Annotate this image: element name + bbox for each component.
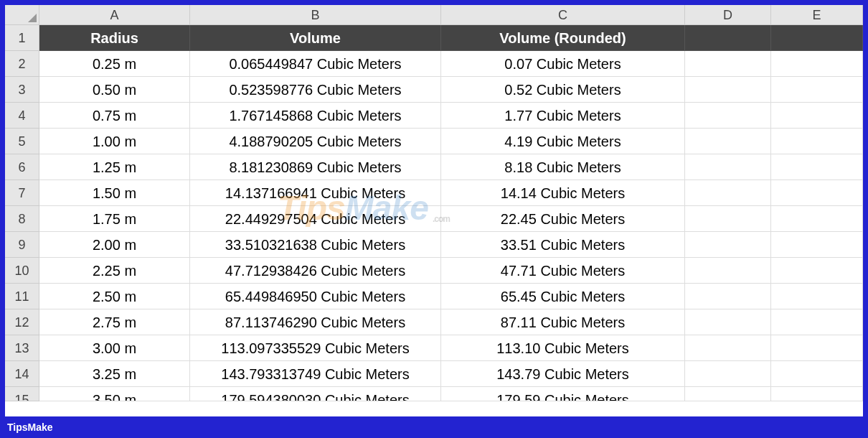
row-header-14[interactable]: 14: [5, 361, 39, 387]
row-header-9[interactable]: 9: [5, 232, 39, 258]
cell-E4[interactable]: [771, 103, 863, 129]
select-all-corner[interactable]: [5, 5, 39, 25]
cell-A1-header-radius[interactable]: Radius: [39, 25, 190, 51]
cell-E10[interactable]: [771, 258, 863, 284]
cell-B12[interactable]: 87.113746290 Cubic Meters: [190, 309, 441, 335]
cell-D3[interactable]: [685, 77, 771, 103]
cell-B9[interactable]: 33.510321638 Cubic Meters: [190, 232, 441, 258]
cell-E2[interactable]: [771, 51, 863, 77]
cell-D1[interactable]: [685, 25, 771, 51]
cell-C2[interactable]: 0.07 Cubic Meters: [441, 51, 685, 77]
cell-A6[interactable]: 1.25 m: [39, 154, 190, 180]
cell-B4[interactable]: 1.767145868 Cubic Meters: [190, 103, 441, 129]
cell-C11[interactable]: 65.45 Cubic Meters: [441, 284, 685, 309]
row-header-8[interactable]: 8: [5, 206, 39, 232]
cell-D13[interactable]: [685, 335, 771, 361]
spreadsheet-frame: A B C D E 1 Radius Volume Volume (Rounde…: [5, 5, 863, 416]
cell-C7[interactable]: 14.14 Cubic Meters: [441, 180, 685, 206]
cell-B3[interactable]: 0.523598776 Cubic Meters: [190, 77, 441, 103]
cell-E14[interactable]: [771, 361, 863, 387]
cell-A7[interactable]: 1.50 m: [39, 180, 190, 206]
cell-B13[interactable]: 113.097335529 Cubic Meters: [190, 335, 441, 361]
cell-E15[interactable]: [771, 387, 863, 401]
cell-E12[interactable]: [771, 309, 863, 335]
cell-C4[interactable]: 1.77 Cubic Meters: [441, 103, 685, 129]
cell-A14[interactable]: 3.25 m: [39, 361, 190, 387]
cell-C1-header-volume-rounded[interactable]: Volume (Rounded): [441, 25, 685, 51]
cell-D12[interactable]: [685, 309, 771, 335]
cell-B8[interactable]: 22.449297504 Cubic Meters: [190, 206, 441, 232]
row-header-3[interactable]: 3: [5, 77, 39, 103]
cell-B15[interactable]: 179.594380030 Cubic Meters: [190, 387, 441, 401]
cell-D5[interactable]: [685, 129, 771, 154]
cell-B10[interactable]: 47.712938426 Cubic Meters: [190, 258, 441, 284]
cell-E8[interactable]: [771, 206, 863, 232]
row-header-13[interactable]: 13: [5, 335, 39, 361]
cell-B2[interactable]: 0.065449847 Cubic Meters: [190, 51, 441, 77]
row-header-1[interactable]: 1: [5, 25, 39, 51]
spreadsheet-grid: A B C D E 1 Radius Volume Volume (Rounde…: [5, 5, 863, 401]
cell-B1-header-volume[interactable]: Volume: [190, 25, 441, 51]
col-header-B[interactable]: B: [190, 5, 441, 25]
cell-C14[interactable]: 143.79 Cubic Meters: [441, 361, 685, 387]
cell-E1[interactable]: [771, 25, 863, 51]
cell-D8[interactable]: [685, 206, 771, 232]
row-header-2[interactable]: 2: [5, 51, 39, 77]
cell-C5[interactable]: 4.19 Cubic Meters: [441, 129, 685, 154]
cell-A9[interactable]: 2.00 m: [39, 232, 190, 258]
footer-attribution: TipsMake: [0, 416, 868, 438]
cell-D7[interactable]: [685, 180, 771, 206]
cell-A5[interactable]: 1.00 m: [39, 129, 190, 154]
cell-D4[interactable]: [685, 103, 771, 129]
col-header-C[interactable]: C: [441, 5, 685, 25]
col-header-D[interactable]: D: [685, 5, 771, 25]
cell-D11[interactable]: [685, 284, 771, 309]
cell-A8[interactable]: 1.75 m: [39, 206, 190, 232]
cell-D10[interactable]: [685, 258, 771, 284]
cell-A15[interactable]: 3.50 m: [39, 387, 190, 401]
cell-E6[interactable]: [771, 154, 863, 180]
row-header-15[interactable]: 15: [5, 387, 39, 401]
cell-E11[interactable]: [771, 284, 863, 309]
cell-B11[interactable]: 65.449846950 Cubic Meters: [190, 284, 441, 309]
row-header-4[interactable]: 4: [5, 103, 39, 129]
row-header-5[interactable]: 5: [5, 129, 39, 154]
cell-A4[interactable]: 0.75 m: [39, 103, 190, 129]
cell-D15[interactable]: [685, 387, 771, 401]
cell-C12[interactable]: 87.11 Cubic Meters: [441, 309, 685, 335]
cell-D2[interactable]: [685, 51, 771, 77]
cell-E5[interactable]: [771, 129, 863, 154]
cell-C8[interactable]: 22.45 Cubic Meters: [441, 206, 685, 232]
cell-E3[interactable]: [771, 77, 863, 103]
cell-C13[interactable]: 113.10 Cubic Meters: [441, 335, 685, 361]
cell-C3[interactable]: 0.52 Cubic Meters: [441, 77, 685, 103]
cell-E7[interactable]: [771, 180, 863, 206]
cell-B5[interactable]: 4.188790205 Cubic Meters: [190, 129, 441, 154]
cell-C15[interactable]: 179.59 Cubic Meters: [441, 387, 685, 401]
cell-A2[interactable]: 0.25 m: [39, 51, 190, 77]
row-header-6[interactable]: 6: [5, 154, 39, 180]
cell-C6[interactable]: 8.18 Cubic Meters: [441, 154, 685, 180]
cell-D9[interactable]: [685, 232, 771, 258]
cell-A12[interactable]: 2.75 m: [39, 309, 190, 335]
cell-A11[interactable]: 2.50 m: [39, 284, 190, 309]
col-header-A[interactable]: A: [39, 5, 190, 25]
cell-A13[interactable]: 3.00 m: [39, 335, 190, 361]
col-header-E[interactable]: E: [771, 5, 863, 25]
row-header-11[interactable]: 11: [5, 284, 39, 309]
row-header-12[interactable]: 12: [5, 309, 39, 335]
cell-A10[interactable]: 2.25 m: [39, 258, 190, 284]
cell-A3[interactable]: 0.50 m: [39, 77, 190, 103]
cell-C9[interactable]: 33.51 Cubic Meters: [441, 232, 685, 258]
row-header-10[interactable]: 10: [5, 258, 39, 284]
cell-E13[interactable]: [771, 335, 863, 361]
cell-D6[interactable]: [685, 154, 771, 180]
cell-B7[interactable]: 14.137166941 Cubic Meters: [190, 180, 441, 206]
cell-B14[interactable]: 143.793313749 Cubic Meters: [190, 361, 441, 387]
row-header-7[interactable]: 7: [5, 180, 39, 206]
cell-D14[interactable]: [685, 361, 771, 387]
cell-E9[interactable]: [771, 232, 863, 258]
cell-B6[interactable]: 8.181230869 Cubic Meters: [190, 154, 441, 180]
cell-C10[interactable]: 47.71 Cubic Meters: [441, 258, 685, 284]
